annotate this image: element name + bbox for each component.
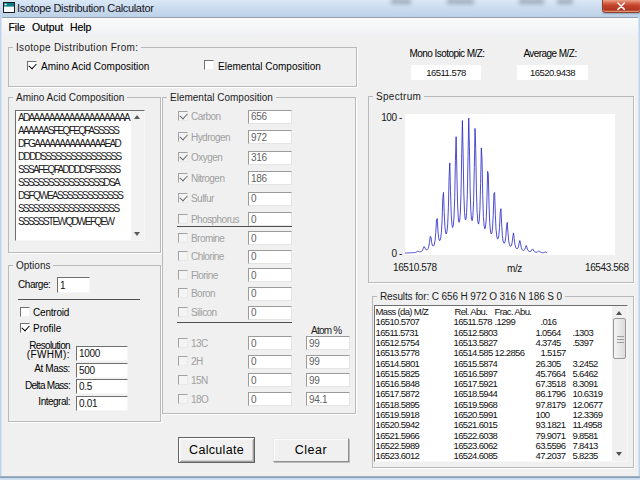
checkmark-icon [21, 324, 29, 332]
delta-mass-input[interactable] [76, 379, 128, 394]
results-row[interactable]: 16515.582516516.589745.76645.6462 [375, 368, 627, 378]
isotope-2h-atom-input[interactable] [306, 355, 350, 369]
bromine-checkbox[interactable] [178, 233, 188, 243]
checkmark-icon [179, 153, 187, 161]
profile-checkbox[interactable] [20, 323, 30, 333]
mono-isotopic-mz-value[interactable]: 16511.578 [411, 65, 481, 80]
carbon-input[interactable] [248, 110, 292, 124]
at-mass-label: At Mass: [20, 364, 70, 374]
results-row[interactable]: 16518.589516519.596897.817912.0677 [375, 399, 627, 409]
hydrogen-checkbox[interactable] [178, 132, 188, 142]
results-row[interactable]: 16510.570716511.578.1299.016 [375, 316, 627, 326]
close-button[interactable] [602, 0, 640, 13]
phosphorus-input[interactable] [248, 212, 292, 226]
results-row[interactable]: 16511.573116512.58031.0564.1303 [375, 327, 627, 337]
amino-composition-checkbox[interactable] [27, 61, 37, 71]
isotope-15n-atom-input[interactable] [306, 373, 350, 387]
spectrum-plot [405, 114, 615, 255]
resolution-input[interactable] [76, 346, 128, 361]
sequence-line: AAAAAASFEQFEQFASSSSS [18, 124, 132, 137]
centroid-checkbox[interactable] [20, 307, 30, 317]
sequence-line: SSSAFEQFADDDDSFSSSSS [18, 163, 132, 176]
menu-output[interactable]: Output [29, 20, 67, 35]
scrollbar-thumb[interactable] [613, 318, 626, 359]
silicon-input[interactable] [248, 306, 292, 320]
results-scrollbar[interactable] [612, 306, 627, 461]
x-axis-min-label: 16510.578 [393, 262, 437, 273]
nitrogen-checkbox[interactable] [178, 173, 188, 183]
carbon-checkbox[interactable] [178, 111, 188, 121]
elemental-composition-checkbox[interactable] [204, 60, 214, 70]
charge-input[interactable] [57, 277, 90, 293]
isotope-13c-atom-input[interactable] [306, 336, 350, 350]
isotope-15n-input[interactable] [248, 373, 292, 387]
boron-label: Boron [191, 288, 215, 299]
results-row[interactable]: 16512.575416513.58274.3745.5397 [375, 337, 627, 347]
phosphorus-checkbox[interactable] [178, 214, 188, 224]
results-listbox[interactable]: Mass (da) M/ZRel. Abu.Frac. Abu.16510.57… [374, 305, 628, 462]
isotope-2h-checkbox[interactable] [178, 356, 188, 366]
florine-checkbox[interactable] [178, 270, 188, 280]
sequence-line: SSSSSSTEWQDWEFQEW [18, 215, 132, 228]
menu-bar: FileOutputHelp [2, 18, 638, 36]
window-title: Isotope Distribution Calculator [17, 2, 154, 14]
mono-isotopic-mz-label: Mono Isotopic M/Z: [400, 48, 494, 59]
results-row[interactable]: 16521.596616522.603879.90719.8581 [375, 430, 627, 440]
isotope-13c-input[interactable] [248, 336, 292, 350]
silicon-checkbox[interactable] [178, 307, 188, 317]
boron-input[interactable] [248, 287, 292, 301]
close-icon [617, 2, 626, 11]
results-row[interactable]: 16520.594216521.601593.182111.4958 [375, 419, 627, 429]
at-mass-input[interactable] [76, 363, 128, 378]
nitrogen-input[interactable] [248, 171, 292, 185]
amino-acid-sequence-textbox[interactable]: ADAAAAAAAAAAAAAAAAAAAAAAAAAASFEQFEQFASSS… [15, 110, 145, 241]
results-row[interactable]: 16517.587216518.594486.179610.6319 [375, 388, 627, 398]
results-row[interactable]: 16516.584816517.592167.35188.3091 [375, 378, 627, 388]
scroll-down-button[interactable] [131, 227, 144, 240]
results-header[interactable]: Mass (da) M/ZRel. Abu.Frac. Abu. [375, 306, 627, 316]
sulfur-checkbox[interactable] [178, 193, 188, 203]
sequence-line: SSSSSSSSSSSSSSSSSSSS [18, 202, 132, 215]
checkmark-icon [28, 62, 36, 70]
results-row[interactable]: 16519.591816520.599110012.3369 [375, 409, 627, 419]
results-row[interactable]: 16514.580116515.587426.3053.2452 [375, 358, 627, 368]
results-row[interactable]: 16523.601216524.608547.20375.8235 [375, 450, 627, 460]
elemental-separator-2 [177, 322, 292, 323]
thumb-grip-icon [617, 342, 624, 343]
sulfur-input[interactable] [248, 192, 292, 206]
thumb-grip-icon [617, 339, 624, 340]
results-row[interactable]: 16513.577816514.58512.28561.5157 [375, 347, 627, 357]
florine-input[interactable] [248, 268, 292, 282]
integral-label-line: Integral: [20, 397, 70, 407]
integral-label: Integral: [20, 397, 70, 407]
isotope-18o-input[interactable] [248, 392, 292, 406]
app-window: Isotope Distribution Calculator FileOutp… [0, 0, 640, 480]
nitrogen-label: Nitrogen [191, 173, 224, 184]
average-mz-value[interactable]: 16520.9438 [517, 65, 588, 80]
isotope-15n-checkbox[interactable] [178, 375, 188, 385]
bromine-input[interactable] [248, 231, 292, 245]
chlorine-input[interactable] [248, 250, 292, 264]
integral-input[interactable] [76, 396, 128, 411]
scroll-up-button[interactable] [131, 111, 144, 124]
menu-file[interactable]: File [5, 20, 29, 35]
calculate-button[interactable]: Calculate [178, 437, 255, 463]
oxygen-input[interactable] [248, 151, 292, 165]
isotope-18o-checkbox[interactable] [178, 394, 188, 404]
hydrogen-input[interactable] [248, 130, 292, 144]
scroll-down-button[interactable] [612, 446, 627, 461]
isotope-13c-checkbox[interactable] [178, 338, 188, 348]
isotope-2h-input[interactable] [248, 355, 292, 369]
results-row[interactable]: 16522.598916523.606263.55967.8413 [375, 440, 627, 450]
amino-textbox-scrollbar[interactable] [131, 111, 144, 240]
boron-checkbox[interactable] [178, 288, 188, 298]
group-amino-composition-label: Amino Acid Composition [13, 92, 127, 103]
elemental-separator-1 [177, 226, 292, 227]
clear-button[interactable]: Clear [273, 438, 349, 462]
menu-help[interactable]: Help [66, 20, 94, 35]
smudge [391, 0, 411, 4]
chlorine-checkbox[interactable] [178, 251, 188, 261]
isotope-18o-atom-input[interactable] [306, 392, 350, 406]
oxygen-checkbox[interactable] [178, 152, 188, 162]
title-bar[interactable]: Isotope Distribution Calculator [0, 0, 640, 17]
